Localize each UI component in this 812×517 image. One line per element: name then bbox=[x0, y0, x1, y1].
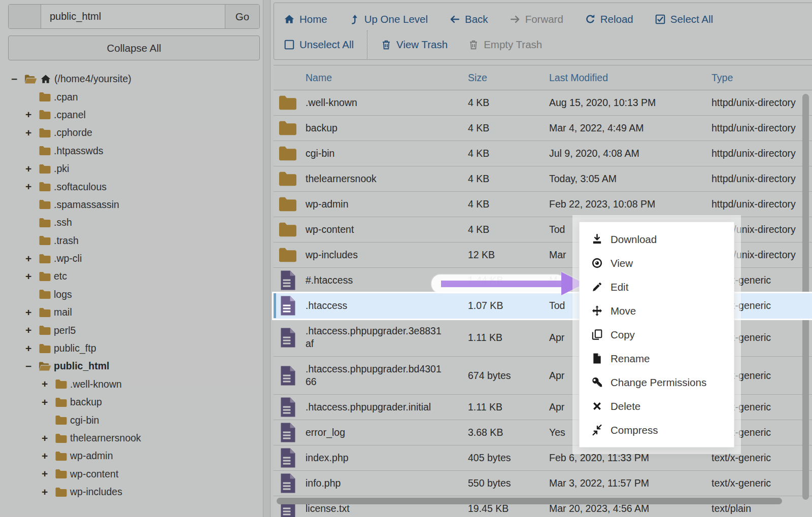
tree-item[interactable]: +backup bbox=[0, 393, 263, 411]
tree-plus-toggle[interactable]: + bbox=[42, 396, 55, 408]
tree-item[interactable]: −public_html bbox=[0, 357, 263, 375]
toolbar-view-trash-button[interactable]: View Trash bbox=[381, 39, 448, 51]
file-size-cell: 1.11 KB bbox=[464, 401, 546, 413]
menu-item-download[interactable]: Download bbox=[580, 227, 734, 251]
tree-item[interactable]: −(/home4/yoursite) bbox=[0, 70, 263, 88]
tree-plus-toggle[interactable]: + bbox=[42, 468, 55, 480]
sidebar-home-button[interactable] bbox=[9, 5, 41, 28]
tree-plus-toggle[interactable]: + bbox=[25, 127, 39, 139]
tree-item[interactable]: +.pki bbox=[0, 160, 263, 178]
menu-item-copy[interactable]: Copy bbox=[580, 323, 734, 347]
folder-icon-cell bbox=[278, 247, 297, 263]
column-header-last-modified[interactable]: Last Modified bbox=[546, 72, 708, 84]
go-button[interactable]: Go bbox=[225, 5, 259, 28]
folder-icon bbox=[39, 146, 51, 156]
path-input[interactable] bbox=[41, 5, 225, 28]
tree-item[interactable]: +wp-includes bbox=[0, 483, 263, 501]
toolbar-select-all-button[interactable]: Select All bbox=[655, 13, 713, 25]
tree-folder-icon-wrap bbox=[39, 182, 54, 192]
table-row[interactable]: .well-known4 KBAug 15, 2020, 10:13 PMhtt… bbox=[274, 90, 812, 116]
folder-icon bbox=[55, 433, 67, 443]
tree-item[interactable]: .spamassassin bbox=[0, 196, 263, 214]
table-header: NameSizeLast ModifiedType bbox=[274, 65, 812, 90]
tree-plus-toggle[interactable]: + bbox=[25, 163, 39, 175]
folder-icon bbox=[278, 171, 297, 187]
tree-item[interactable]: .cpan bbox=[0, 88, 263, 106]
tree-item[interactable]: cgi-bin bbox=[0, 411, 263, 429]
file-type-cell: text/x-generic bbox=[708, 477, 812, 489]
toolbar-unselect-all-button[interactable]: Unselect All bbox=[284, 39, 354, 51]
tree-item[interactable]: .ssh bbox=[0, 214, 263, 231]
tree-item[interactable]: +.wp-cli bbox=[0, 250, 263, 267]
file-icon bbox=[280, 397, 296, 418]
tree-plus-toggle[interactable]: + bbox=[42, 432, 55, 444]
tree-plus-toggle[interactable]: + bbox=[25, 109, 39, 121]
folder-icon bbox=[55, 379, 67, 389]
toolbar-empty-trash-button[interactable]: Empty Trash bbox=[468, 39, 542, 51]
tree-plus-toggle[interactable]: + bbox=[25, 181, 39, 193]
tree-item[interactable]: +perl5 bbox=[0, 321, 263, 339]
menu-item-edit[interactable]: Edit bbox=[580, 275, 734, 299]
tree-item[interactable]: +.softaculous bbox=[0, 178, 263, 195]
collapse-all-button[interactable]: Collapse All bbox=[8, 36, 260, 60]
tree-item[interactable]: +.cpanel bbox=[0, 106, 263, 124]
menu-item-compress[interactable]: Compress bbox=[580, 418, 734, 442]
tree-plus-toggle[interactable]: + bbox=[25, 324, 39, 336]
menu-item-delete[interactable]: Delete bbox=[580, 394, 734, 418]
menu-item-view[interactable]: View bbox=[580, 251, 734, 275]
toolbar-back-button[interactable]: Back bbox=[449, 13, 488, 25]
tree-item[interactable]: +wp-content bbox=[0, 465, 263, 483]
tree-plus-toggle[interactable]: + bbox=[25, 253, 39, 265]
menu-item-move[interactable]: Move bbox=[580, 299, 734, 323]
column-header-name[interactable]: Name bbox=[302, 72, 464, 84]
column-header-type[interactable]: Type bbox=[708, 72, 812, 84]
column-header-size[interactable]: Size bbox=[464, 72, 546, 84]
toolbar-up-one-level-button[interactable]: Up One Level bbox=[349, 13, 428, 25]
file-icon-cell bbox=[280, 327, 296, 348]
table-row[interactable]: info.php550 bytesMar 3, 2022, 11:57 PMte… bbox=[274, 471, 812, 496]
tree-plus-toggle[interactable]: + bbox=[42, 486, 55, 498]
menu-item-rename[interactable]: Rename bbox=[580, 347, 734, 370]
tree-item[interactable]: logs bbox=[0, 286, 263, 303]
sidebar-splitter[interactable] bbox=[263, 0, 270, 517]
horizontal-scrollbar[interactable] bbox=[277, 498, 782, 504]
toolbar-home-button[interactable]: Home bbox=[284, 13, 327, 25]
file-icon-cell bbox=[280, 295, 296, 316]
folder-icon-cell bbox=[278, 146, 297, 161]
tree-minus-toggle[interactable]: − bbox=[25, 360, 39, 372]
tree-folder-icon-wrap bbox=[39, 235, 54, 246]
tree-item[interactable]: +public_ftp bbox=[0, 339, 263, 357]
tree-plus-toggle[interactable]: + bbox=[25, 342, 39, 355]
tree-folder-icon-wrap bbox=[39, 164, 54, 174]
compress-icon bbox=[591, 424, 603, 436]
toolbar-forward-button[interactable]: Forward bbox=[510, 13, 563, 25]
tree-item[interactable]: +mail bbox=[0, 303, 263, 321]
reload-icon bbox=[585, 14, 596, 25]
file-name-cell: thelearnersnook bbox=[302, 166, 464, 191]
table-row[interactable]: wp-admin4 KBFeb 22, 2023, 10:08 PMhttpd/… bbox=[274, 192, 812, 217]
tree-minus-toggle[interactable]: − bbox=[11, 73, 24, 85]
tree-item[interactable]: +.well-known bbox=[0, 375, 263, 393]
tree-plus-toggle[interactable]: + bbox=[42, 378, 55, 390]
toolbar-separator bbox=[367, 30, 367, 59]
table-row[interactable]: backup4 KBMar 4, 2022, 4:49 AMhttpd/unix… bbox=[274, 116, 812, 141]
toolbar-button-label: Select All bbox=[670, 13, 713, 25]
tree-item[interactable]: +etc bbox=[0, 267, 263, 285]
table-row[interactable]: index.php405 bytesFeb 6, 2020, 11:33 PMt… bbox=[274, 445, 812, 471]
tree-plus-toggle[interactable]: + bbox=[25, 270, 39, 283]
tree-plus-toggle[interactable]: + bbox=[25, 306, 39, 319]
table-row[interactable]: thelearnersnook4 KBToday, 3:05 AMhttpd/u… bbox=[274, 166, 812, 192]
folder-icon bbox=[55, 415, 67, 425]
table-row[interactable]: cgi-bin4 KBJul 9, 2020, 4:08 AMhttpd/uni… bbox=[274, 141, 812, 166]
tree-item-label: .ssh bbox=[54, 217, 72, 228]
tree-item[interactable]: +.cphorde bbox=[0, 124, 263, 142]
tree-plus-toggle[interactable]: + bbox=[42, 450, 55, 462]
toolbar-button-label: Reload bbox=[600, 13, 633, 25]
tree-item[interactable]: .trash bbox=[0, 232, 263, 250]
menu-item-change-permissions[interactable]: Change Permissions bbox=[580, 370, 734, 394]
tree-item[interactable]: +thelearnersnook bbox=[0, 429, 263, 447]
tree-item[interactable]: +wp-admin bbox=[0, 447, 263, 465]
toolbar-reload-button[interactable]: Reload bbox=[585, 13, 633, 25]
file-icon bbox=[280, 422, 296, 443]
tree-item[interactable]: .htpasswds bbox=[0, 142, 263, 160]
